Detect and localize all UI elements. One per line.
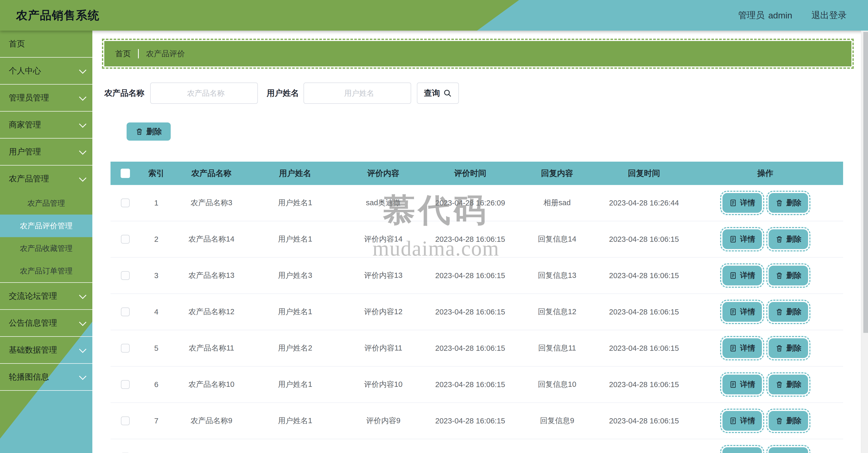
row-checkbox[interactable] bbox=[121, 235, 130, 244]
delete-button[interactable]: 删除 bbox=[769, 302, 808, 322]
row-checkbox-cell bbox=[111, 307, 140, 316]
trash-icon bbox=[775, 235, 783, 243]
cell-index: 7 bbox=[140, 417, 173, 425]
sidebar-subitem-农产品管理[interactable]: 农产品管理 bbox=[0, 192, 92, 215]
select-all-checkbox[interactable] bbox=[121, 169, 130, 178]
sidebar-item-label: 商家管理 bbox=[9, 119, 41, 130]
cell-time: 2023-04-28 16:06:15 bbox=[427, 308, 514, 316]
table-row: 2农产品名称14用户姓名1评价内容142023-04-28 16:06:15回复… bbox=[111, 221, 843, 258]
detail-button[interactable]: 详情 bbox=[722, 229, 762, 249]
table-row: 1农产品名称3用户姓名1sad奥迪撒2023-04-28 16:26:09相册s… bbox=[111, 185, 843, 221]
cell-product: 农产品名称12 bbox=[173, 307, 250, 317]
chevron-down-icon bbox=[79, 174, 86, 182]
sidebar-subitem-农产品订单管理[interactable]: 农产品订单管理 bbox=[0, 260, 92, 282]
sidebar-item-公告信息管理[interactable]: 公告信息管理 bbox=[0, 310, 92, 337]
cell-reply: 回复信息9 bbox=[514, 416, 600, 426]
row-checkbox[interactable] bbox=[121, 199, 130, 207]
cell-reply-time: 2023-04-28 16:06:15 bbox=[600, 344, 687, 353]
cell-reply: 回复信息10 bbox=[514, 379, 600, 390]
sidebar-item-label: 交流论坛管理 bbox=[9, 291, 57, 301]
user-name-input[interactable] bbox=[310, 89, 409, 98]
cell-user: 用户姓名1 bbox=[250, 234, 340, 244]
detail-button[interactable]: 详情 bbox=[722, 193, 762, 213]
chevron-down-icon bbox=[79, 93, 86, 101]
corner-wing-decoration bbox=[165, 135, 177, 147]
cell-time: 2023-04-28 16:06:15 bbox=[427, 271, 514, 280]
cell-product: 农产品名称9 bbox=[173, 416, 250, 426]
query-button[interactable]: 查询 bbox=[417, 83, 459, 104]
cell-time: 2023-04-28 16:26:09 bbox=[427, 199, 514, 207]
table-body: 1农产品名称3用户姓名1sad奥迪撒2023-04-28 16:26:09相册s… bbox=[111, 185, 843, 453]
delete-button[interactable]: 删除 bbox=[769, 447, 808, 453]
scrollbar-thumb[interactable] bbox=[863, 32, 868, 333]
cell-user: 用户姓名1 bbox=[250, 307, 340, 317]
table-row: 5农产品名称11用户姓名2评价内容112023-04-28 16:06:15回复… bbox=[111, 330, 843, 367]
search-icon bbox=[443, 89, 452, 97]
current-user: 管理员 admin bbox=[738, 9, 792, 21]
detail-button[interactable]: 详情 bbox=[722, 338, 762, 358]
chevron-down-icon bbox=[79, 292, 86, 299]
detail-button[interactable]: 详情 bbox=[722, 411, 762, 431]
sidebar-item-个人中心[interactable]: 个人中心 bbox=[0, 58, 92, 85]
trash-icon bbox=[135, 128, 143, 135]
row-checkbox[interactable] bbox=[121, 271, 130, 280]
sidebar-subitem-农产品收藏管理[interactable]: 农产品收藏管理 bbox=[0, 237, 92, 260]
detail-button[interactable]: 详情 bbox=[722, 266, 762, 285]
table-row: 6农产品名称10用户姓名1评价内容102023-04-28 16:06:15回复… bbox=[111, 367, 843, 403]
trash-icon bbox=[775, 417, 783, 425]
sidebar-item-管理员管理[interactable]: 管理员管理 bbox=[0, 85, 92, 112]
cell-content: 评价内容12 bbox=[340, 307, 427, 317]
sidebar-item-轮播图信息[interactable]: 轮播图信息 bbox=[0, 364, 92, 391]
row-checkbox-cell bbox=[111, 199, 140, 207]
col-header-content: 评价内容 bbox=[340, 168, 427, 179]
detail-button-label: 详情 bbox=[740, 343, 755, 353]
user-name: admin bbox=[768, 10, 792, 21]
sidebar-item-基础数据管理[interactable]: 基础数据管理 bbox=[0, 337, 92, 364]
sidebar-item-label: 首页 bbox=[9, 38, 25, 49]
delete-button[interactable]: 删除 bbox=[769, 338, 808, 358]
row-checkbox[interactable] bbox=[121, 416, 130, 425]
row-checkbox[interactable] bbox=[121, 307, 130, 316]
cell-reply-time: 2023-04-28 16:06:15 bbox=[600, 271, 687, 280]
cell-index: 1 bbox=[140, 199, 173, 207]
cell-index: 4 bbox=[140, 308, 173, 316]
trash-icon bbox=[775, 272, 783, 279]
detail-button[interactable]: 详情 bbox=[722, 302, 762, 322]
breadcrumb-home[interactable]: 首页 bbox=[115, 49, 131, 59]
batch-delete-label: 删除 bbox=[146, 126, 162, 137]
delete-button[interactable]: 删除 bbox=[769, 193, 808, 213]
sidebar-item-农产品管理[interactable]: 农产品管理 bbox=[0, 165, 92, 192]
batch-delete-button[interactable]: 删除 bbox=[127, 122, 171, 141]
sidebar-menu: 首页个人中心管理员管理商家管理用户管理农产品管理农产品管理农产品评价管理农产品收… bbox=[0, 31, 92, 391]
row-checkbox[interactable] bbox=[121, 344, 130, 353]
cell-time: 2023-04-28 16:06:15 bbox=[427, 235, 514, 244]
detail-button[interactable]: 详情 bbox=[722, 447, 762, 453]
delete-button[interactable]: 删除 bbox=[769, 229, 808, 249]
sidebar-item-用户管理[interactable]: 用户管理 bbox=[0, 139, 92, 165]
product-name-input[interactable] bbox=[156, 89, 255, 98]
detail-button[interactable]: 详情 bbox=[722, 375, 762, 394]
delete-button-label: 删除 bbox=[786, 416, 801, 426]
delete-button[interactable]: 删除 bbox=[769, 266, 808, 285]
delete-button[interactable]: 删除 bbox=[769, 411, 808, 431]
breadcrumb-separator bbox=[138, 49, 139, 58]
sidebar-subitem-农产品评价管理[interactable]: 农产品评价管理 bbox=[0, 215, 92, 237]
review-table: 索引 农产品名称 用户姓名 评价内容 评价时间 回复内容 回复时间 操作 1农产… bbox=[111, 162, 843, 453]
sidebar-item-商家管理[interactable]: 商家管理 bbox=[0, 112, 92, 139]
sidebar: 首页个人中心管理员管理商家管理用户管理农产品管理农产品管理农产品评价管理农产品收… bbox=[0, 31, 92, 453]
main-content: 首页 农产品评价 农产品名称 用户姓名 查询 删除 bbox=[92, 31, 861, 453]
logout-button[interactable]: 退出登录 bbox=[811, 9, 847, 21]
row-checkbox[interactable] bbox=[121, 380, 130, 389]
vertical-scrollbar[interactable] bbox=[861, 31, 868, 453]
col-header-product: 农产品名称 bbox=[173, 168, 250, 179]
delete-button[interactable]: 删除 bbox=[769, 375, 808, 394]
corner-wing-decoration bbox=[120, 135, 132, 147]
cell-product: 农产品名称14 bbox=[173, 234, 250, 244]
cell-content: 评价内容9 bbox=[340, 416, 427, 426]
cell-reply-time: 2023-04-28 16:06:15 bbox=[600, 380, 687, 389]
app-header: 农产品销售系统 管理员 admin 退出登录 bbox=[0, 0, 868, 31]
cell-user: 用户姓名3 bbox=[250, 452, 340, 453]
sidebar-item-交流论坛管理[interactable]: 交流论坛管理 bbox=[0, 283, 92, 310]
table-toolbar: 删除 bbox=[127, 122, 171, 141]
sidebar-item-首页[interactable]: 首页 bbox=[0, 31, 92, 58]
